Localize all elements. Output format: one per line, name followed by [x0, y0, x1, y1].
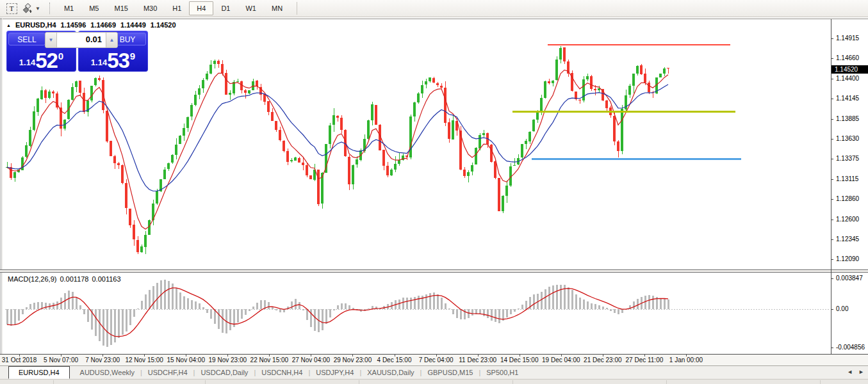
- timeframe-toolbar: M1M5M15M30H1H4D1W1MN: [56, 1, 290, 15]
- price-tick-mark: [831, 79, 833, 79]
- window-frame-line: [1, 18, 1, 379]
- sell-price-big: 1.14: [19, 58, 35, 67]
- one-click-trading-panel: SELL 1.14 52 0 BUY 1.14 53 9 ▼ 0.01 ▲: [6, 31, 148, 72]
- time-axis-label: 15 Nov 04:00: [167, 356, 205, 364]
- macd-tick-mark: [831, 278, 833, 279]
- chart-tab-usdcad-daily[interactable]: USDCAD,Daily: [195, 367, 254, 378]
- macd-tick-mark: [831, 348, 833, 348]
- tab-scroll-left-icon[interactable]: ◄: [847, 369, 853, 375]
- arrows-tool-button[interactable]: ▼: [20, 1, 43, 15]
- price-tick-mark: [831, 179, 833, 180]
- chart-tab-xauusd-daily[interactable]: XAUUSD,Daily: [361, 367, 420, 378]
- timeframe-button-m1[interactable]: M1: [56, 1, 81, 15]
- price-axis-label: 1.12345: [836, 236, 859, 243]
- chart-tab-usdchf-h4[interactable]: USDCHF,H4: [142, 367, 193, 378]
- macd-canvas[interactable]: [3, 273, 831, 354]
- timeframe-button-m30[interactable]: M30: [136, 1, 165, 15]
- macd-name: MACD(12,26,9): [8, 275, 56, 283]
- timeframe-button-h1[interactable]: H1: [165, 1, 189, 15]
- time-axis-label: 29 Nov 23:00: [334, 356, 372, 364]
- time-axis-label: 19 Nov 23:00: [209, 356, 247, 364]
- status-bar-separator: [205, 380, 206, 384]
- ohlc-close: 1.14520: [151, 21, 176, 29]
- buy-price-main: 53: [107, 51, 129, 70]
- text-tool-icon: T: [6, 3, 17, 14]
- text-tool-button[interactable]: T: [3, 1, 20, 15]
- buy-price-sup: 9: [130, 51, 135, 61]
- buy-price: 1.14 53 9: [78, 51, 148, 70]
- chart-tab-usdcnh-h4[interactable]: USDCNH,H4: [256, 367, 308, 378]
- timeframe-button-h4[interactable]: H4: [189, 1, 213, 15]
- toolbar: T ▼ M1M5M15M30H1H4D1W1MN: [0, 0, 868, 17]
- macd-signal-value: 0.001163: [92, 275, 121, 283]
- chart-tab-usdjpy-h4[interactable]: USDJPY,H4: [310, 367, 359, 378]
- chart-tab-sp500-h1[interactable]: SP500,H1: [480, 367, 524, 378]
- time-axis-label: 7 Dec 04:00: [419, 356, 454, 364]
- status-bar-separator: [666, 380, 667, 384]
- macd-axis-label: -0.004856: [836, 344, 865, 351]
- price-axis-label: 1.12090: [836, 255, 859, 263]
- price-axis-label: 1.14915: [836, 35, 859, 42]
- status-bar: [0, 379, 868, 384]
- chart-tab-audusd-weekly[interactable]: AUDUSD,Weekly: [74, 367, 140, 378]
- price-tick-mark: [831, 220, 833, 220]
- toolbar-separator: [297, 2, 297, 15]
- chart-tab-gbpusd-m15[interactable]: GBPUSD,M15: [422, 367, 479, 378]
- sell-price-sup: 0: [58, 51, 63, 61]
- time-axis-label: 1 Jan 00:00: [669, 356, 703, 364]
- toolbar-drag-handle[interactable]: [49, 3, 51, 14]
- timeframe-button-m5[interactable]: M5: [81, 1, 106, 15]
- price-axis-label: 1.13630: [836, 135, 859, 143]
- time-axis[interactable]: 31 Oct 20185 Nov 07:007 Nov 23:0012 Nov …: [0, 355, 868, 365]
- status-bar-separator: [820, 380, 821, 384]
- price-tick-mark: [831, 159, 833, 159]
- chart-title: ▲ EURUSD,H4 1.14596 1.14669 1.14449 1.14…: [6, 21, 176, 29]
- time-axis-label: 31 Oct 2018: [2, 356, 37, 364]
- status-bar-separator: [512, 380, 513, 384]
- macd-tick-mark: [831, 309, 833, 310]
- macd-axis-label: 0.00: [836, 305, 848, 313]
- timeframe-button-d1[interactable]: D1: [213, 1, 238, 15]
- price-axis-label: 1.13375: [836, 155, 859, 163]
- tab-scroll-nav: ◄ ►: [847, 369, 864, 375]
- price-axis-label: 1.13115: [836, 175, 858, 183]
- time-axis-label: 5 Nov 07:00: [44, 356, 78, 364]
- chart-tab-eurusd-h4[interactable]: EURUSD,H4: [8, 366, 70, 379]
- symbol-period-label: EURUSD,H4: [15, 21, 56, 29]
- ohlc-open: 1.14596: [61, 21, 86, 29]
- buy-price-big: 1.14: [91, 58, 107, 67]
- arrows-tool-icon: [22, 3, 33, 13]
- sell-button[interactable]: SELL: [8, 33, 45, 45]
- status-bar-separator: [359, 380, 359, 384]
- volume-value[interactable]: 0.01: [57, 33, 106, 47]
- chevron-down-icon: ▼: [35, 6, 40, 12]
- tab-scroll-right-icon[interactable]: ►: [858, 369, 864, 375]
- timeframe-button-mn[interactable]: MN: [264, 1, 290, 15]
- time-axis-label: 21 Dec 23:00: [584, 356, 622, 364]
- sell-price-main: 52: [35, 51, 58, 70]
- volume-decrease-button[interactable]: ▼: [45, 33, 57, 47]
- time-axis-label: 11 Dec 23:00: [459, 356, 496, 364]
- chart-tab-bar: EURUSD,H4AUDUSD,Weekly|USDCHF,H4|USDCAD,…: [0, 365, 868, 379]
- mt4-window: T ▼ M1M5M15M30H1H4D1W1MN ▲ EURUSD,H4 1.1…: [0, 0, 868, 384]
- price-axis-label: 1.14660: [836, 54, 859, 62]
- status-bar-separator: [53, 380, 54, 384]
- sell-price: 1.14 52 0: [6, 51, 76, 70]
- price-tick-mark: [831, 199, 833, 200]
- price-axis-label: 1.14400: [836, 75, 859, 83]
- time-axis-label: 7 Nov 23:00: [85, 356, 120, 364]
- timeframe-button-m15[interactable]: M15: [106, 1, 135, 15]
- volume-increase-button[interactable]: ▲: [106, 33, 117, 47]
- window-frame-line-light: [2, 18, 3, 379]
- time-axis-label: 27 Dec 11:00: [626, 356, 664, 364]
- timeframe-button-w1[interactable]: W1: [238, 1, 264, 15]
- price-tick-mark: [831, 119, 833, 120]
- price-tick-mark: [831, 239, 833, 240]
- volume-stepper: ▼ 0.01 ▲: [45, 32, 118, 48]
- price-tick-mark: [831, 259, 833, 260]
- time-axis-label: 27 Nov 04:00: [292, 356, 331, 364]
- collapse-arrow-icon[interactable]: ▲: [6, 23, 11, 28]
- price-axis-label: 1.14145: [836, 95, 859, 102]
- price-axis-label: 1.12860: [836, 195, 859, 203]
- macd-axis-label: 0.003847: [836, 275, 863, 282]
